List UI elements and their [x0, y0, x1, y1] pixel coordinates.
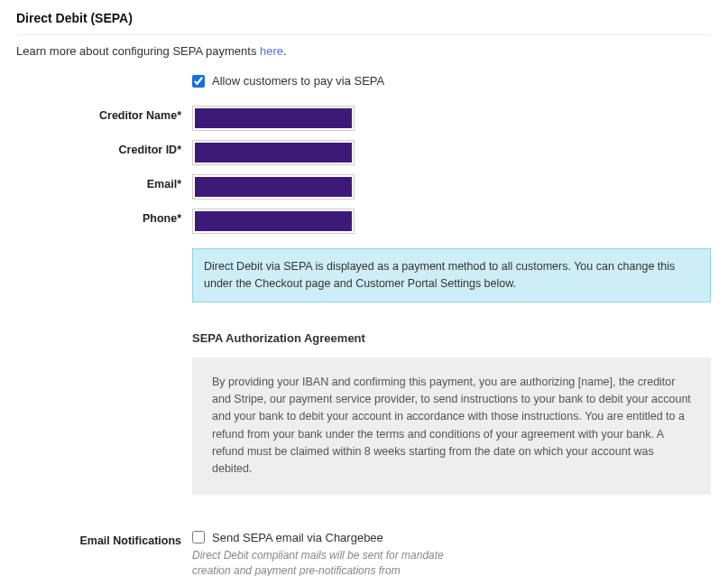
redacted-value	[195, 143, 352, 163]
agreement-heading: SEPA Authorization Agreement	[192, 331, 711, 345]
page-title: Direct Debit (SEPA)	[16, 11, 712, 25]
divider	[16, 34, 712, 35]
email-notifications-label: Email Notifications	[16, 531, 192, 547]
creditor-id-input[interactable]	[192, 140, 355, 165]
email-notifications-help: Direct Debit compliant mails will be sen…	[192, 548, 445, 576]
allow-sepa-row[interactable]: Allow customers to pay via SEPA	[192, 74, 711, 88]
learn-more-link[interactable]: here	[260, 44, 283, 58]
send-sepa-email-label: Send SEPA email via Chargebee	[212, 531, 383, 544]
phone-input[interactable]	[192, 209, 355, 234]
send-sepa-email-row[interactable]: Send SEPA email via Chargebee	[192, 531, 711, 544]
creditor-id-label: Creditor ID*	[16, 140, 192, 156]
redacted-value	[195, 211, 352, 231]
email-label: Email*	[16, 174, 192, 190]
phone-label: Phone*	[16, 209, 192, 225]
learn-more-prefix: Learn more about configuring SEPA paymen…	[16, 44, 260, 58]
creditor-name-input[interactable]	[192, 106, 355, 131]
creditor-name-label: Creditor Name*	[16, 106, 192, 122]
email-input[interactable]	[192, 174, 355, 200]
allow-sepa-checkbox[interactable]	[192, 75, 205, 88]
send-sepa-email-checkbox[interactable]	[192, 531, 205, 543]
redacted-value	[195, 177, 352, 197]
spacer-label	[16, 74, 192, 78]
learn-more-suffix: .	[283, 44, 287, 58]
redacted-value	[195, 108, 352, 128]
learn-more-text: Learn more about configuring SEPA paymen…	[16, 44, 712, 58]
form-area: Allow customers to pay via SEPA Creditor…	[16, 74, 712, 576]
agreement-body: By providing your IBAN and confirming th…	[192, 358, 711, 495]
info-box: Direct Debit via SEPA is displayed as a …	[192, 248, 711, 302]
allow-sepa-label: Allow customers to pay via SEPA	[212, 74, 384, 88]
